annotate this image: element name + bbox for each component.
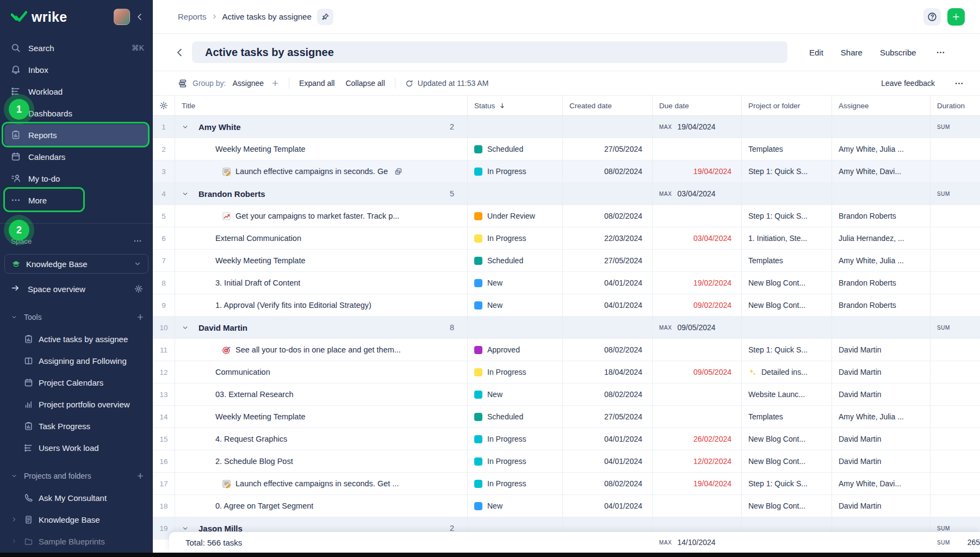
task-title[interactable]: 3. Initial Draft of Content	[215, 278, 300, 287]
title-cell[interactable]: 3. Initial Draft of Content	[175, 272, 468, 294]
refresh-icon[interactable]	[405, 79, 413, 88]
status-cell[interactable]: Scheduled	[468, 406, 563, 428]
question-mark-icon[interactable]	[927, 12, 937, 22]
column-header-title[interactable]: Title	[175, 96, 468, 115]
plus-icon[interactable]	[952, 13, 960, 21]
status-cell[interactable]: New	[468, 294, 563, 316]
wrike-logo[interactable]: wrike	[11, 9, 67, 25]
title-cell[interactable]: Brandon Roberts5	[175, 183, 468, 205]
status-cell[interactable]: Scheduled	[468, 138, 563, 160]
title-cell[interactable]: 4. Request Graphics	[175, 428, 468, 450]
title-cell[interactable]: Launch effective campaigns in seconds. G…	[175, 473, 468, 494]
sidebar-item-calendars[interactable]: Calendars	[0, 146, 153, 168]
sidebar-item-reports[interactable]: Reports	[4, 124, 148, 146]
group-by-value[interactable]: Assignee	[232, 79, 264, 88]
leave-feedback-button[interactable]: Leave feedback	[881, 79, 935, 88]
sidebar-item-project-portfolio-overview[interactable]: Project portfolio overview	[0, 393, 153, 415]
back-button[interactable]	[175, 47, 188, 58]
title-cell[interactable]: David Martin8	[175, 317, 468, 338]
task-row[interactable]: 180. Agree on Target SegmentNew04/01/202…	[153, 495, 980, 517]
title-cell[interactable]: 2. Schedule Blog Post	[175, 450, 468, 472]
status-cell[interactable]: In Progress	[468, 428, 563, 450]
task-title[interactable]: Launch effective campaigns in seconds. G…	[235, 479, 399, 488]
sidebar-item-sample-blueprints[interactable]: Sample Blueprints	[0, 530, 153, 552]
task-title[interactable]: 2. Schedule Blog Post	[215, 457, 293, 466]
status-cell[interactable]: New	[468, 495, 563, 517]
title-cell[interactable]: 0. Agree on Target Segment	[175, 495, 468, 517]
column-header-created-date[interactable]: Created date	[563, 96, 653, 115]
status-chip[interactable]	[474, 145, 482, 153]
title-cell[interactable]: See all your to-dos in one place and get…	[175, 339, 468, 361]
group-collapse-icon[interactable]	[182, 324, 189, 331]
task-row[interactable]: 14Weekly Meeting TemplateScheduled27/05/…	[153, 406, 980, 428]
task-title[interactable]: See all your to-dos in one place and get…	[235, 345, 401, 354]
group-collapse-icon[interactable]	[182, 525, 189, 532]
ellipsis-icon[interactable]	[954, 79, 964, 88]
task-row[interactable]: 3Launch effective campaigns in seconds. …	[153, 160, 980, 183]
task-row[interactable]: 12CommunicationIn Progress18/04/202409/0…	[153, 361, 980, 383]
breadcrumb-reports[interactable]: Reports	[178, 12, 207, 21]
section-add-icon[interactable]	[137, 472, 144, 480]
table-settings-gear[interactable]	[153, 96, 175, 115]
expand-all-button[interactable]: Expand all	[299, 79, 334, 88]
task-row[interactable]: 17Launch effective campaigns in seconds.…	[153, 473, 980, 495]
status-cell[interactable]: In Progress	[468, 450, 563, 472]
section-header-tools[interactable]: Tools	[0, 306, 153, 328]
space-selector[interactable]: Knowledge Base	[4, 254, 148, 274]
task-row[interactable]: 7Weekly Meeting TemplateScheduled27/05/2…	[153, 250, 980, 272]
column-header-project-or-folder[interactable]: Project or folder	[742, 96, 832, 115]
sidebar-item-task-progress[interactable]: Task Progress	[0, 415, 153, 437]
gear-icon[interactable]	[134, 284, 143, 293]
gear-icon[interactable]	[134, 284, 143, 293]
status-cell[interactable]: New	[468, 272, 563, 294]
space-menu-dots-icon[interactable]	[133, 237, 142, 245]
sidebar-collapse-icon[interactable]	[135, 13, 144, 21]
share-button[interactable]: Share	[841, 48, 863, 57]
task-title[interactable]: Weekly Meeting Template	[215, 256, 306, 265]
chevron-right-icon[interactable]	[11, 538, 18, 544]
space-overview-item[interactable]: Space overview	[0, 278, 153, 300]
refresh-icon[interactable]	[405, 79, 413, 88]
status-chip[interactable]	[474, 301, 482, 310]
task-title[interactable]: Weekly Meeting Template	[215, 412, 306, 421]
status-cell[interactable]: Scheduled	[468, 250, 563, 271]
report-title-input[interactable]: Active tasks by assignee	[192, 41, 787, 63]
status-chip[interactable]	[474, 435, 482, 443]
collapse-sidebar-icon[interactable]	[135, 13, 144, 21]
title-cell[interactable]: Amy White2	[175, 116, 468, 138]
status-chip[interactable]	[474, 279, 482, 287]
plus-icon[interactable]	[271, 79, 279, 87]
status-chip[interactable]	[474, 413, 482, 421]
toolbar-more-icon[interactable]	[954, 79, 964, 88]
sidebar-item-project-calendars[interactable]: Project Calendars	[0, 372, 153, 393]
title-cell[interactable]: Get your campaigns to market faster. Tra…	[175, 205, 468, 227]
user-avatar[interactable]	[114, 9, 130, 25]
status-cell[interactable]: New	[468, 383, 563, 405]
group-row-david-martin[interactable]: 10David Martin8MAX09/05/2024SUM	[153, 317, 980, 339]
sidebar-item-more[interactable]: More	[0, 189, 153, 211]
title-cell[interactable]: 03. External Research	[175, 383, 468, 405]
pin-button[interactable]	[317, 9, 333, 25]
edit-button[interactable]: Edit	[809, 48, 823, 57]
status-cell[interactable]: Approved	[468, 339, 563, 361]
section-header-projects-and-folders[interactable]: Projects and folders	[0, 465, 153, 487]
sidebar-item-assigning-and-following[interactable]: Assigning and Following	[0, 350, 153, 372]
status-cell[interactable]: In Progress	[468, 227, 563, 249]
column-header-duration[interactable]: Duration	[931, 96, 980, 115]
task-title[interactable]: External Communication	[215, 234, 301, 243]
sidebar-item-knowledge-base[interactable]: Knowledge Base	[0, 509, 153, 530]
status-chip[interactable]	[474, 502, 482, 510]
title-cell[interactable]: External Communication	[175, 227, 468, 249]
subscribe-button[interactable]: Subscribe	[880, 48, 916, 57]
collapse-all-button[interactable]: Collapse all	[345, 79, 384, 88]
chevron-right-icon[interactable]	[11, 516, 18, 523]
task-row[interactable]: 11See all your to-dos in one place and g…	[153, 339, 980, 361]
task-row[interactable]: 83. Initial Draft of ContentNew04/01/202…	[153, 272, 980, 294]
help-button[interactable]	[923, 8, 941, 26]
add-grouping-icon[interactable]	[271, 79, 279, 87]
column-header-due-date[interactable]: Due date	[653, 96, 742, 115]
status-chip[interactable]	[474, 346, 482, 354]
task-row[interactable]: 2Weekly Meeting TemplateScheduled27/05/2…	[153, 138, 980, 160]
task-title[interactable]: 1. Approval (Verify fits into Editorial …	[215, 301, 371, 310]
task-title[interactable]: Weekly Meeting Template	[215, 145, 306, 153]
